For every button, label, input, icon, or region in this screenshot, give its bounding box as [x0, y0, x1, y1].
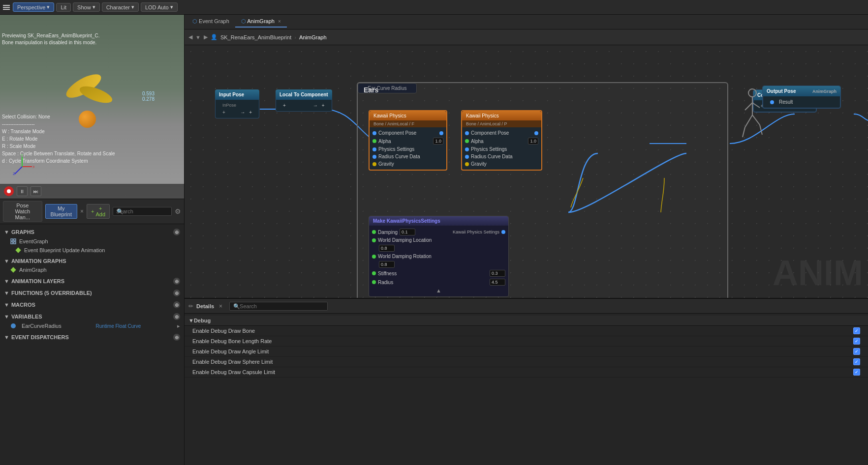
section-functions: ▼ FUNCTIONS (5 OVERRIDABLE) ⊕: [0, 287, 184, 299]
scale-mode: R : Scale Mode: [2, 143, 115, 150]
kawaii1-physics-pin: [372, 147, 376, 151]
settings-button[interactable]: ⚙: [175, 207, 181, 215]
event-dispatchers-add-button[interactable]: ⊕: [173, 334, 180, 341]
expand-icon6: ▼: [4, 314, 9, 320]
kawaii2-gravity-pin: [465, 162, 469, 166]
world-damping-rot-row: World Damping Rotation: [369, 253, 508, 260]
tab-my-blueprint[interactable]: My Blueprint: [45, 204, 77, 219]
tab-pose-watch[interactable]: Pose Watch Man...: [3, 201, 42, 222]
event-dispatchers-header[interactable]: ▼ EVENT DISPATCHERS ⊕: [0, 332, 184, 342]
back-button[interactable]: ◀: [188, 34, 192, 40]
node-make-settings[interactable]: Make KawaiiPhysicsSettings Damping: [369, 216, 509, 297]
radius-pin: [372, 280, 376, 284]
detail-label-1: Enable Debug Bone Length Rate: [192, 338, 853, 344]
blueprint-item-eventgraph[interactable]: EventGraph: [0, 237, 184, 246]
animation-layers-add-button[interactable]: ⊕: [173, 278, 180, 285]
input-pose-title: Input Pose: [219, 92, 244, 97]
blueprint-item-animgraph[interactable]: AnimGraph: [0, 265, 184, 274]
nav-down-button[interactable]: ▼: [195, 34, 201, 40]
radius-input[interactable]: [490, 279, 505, 286]
detail-checkbox-0[interactable]: ✓: [853, 327, 860, 334]
perspective-button[interactable]: Perspective ▾: [13, 2, 54, 12]
lit-label: Lit: [61, 4, 66, 10]
blueprint-item-update-animation[interactable]: Event Blueprint Update Animation: [0, 246, 184, 255]
node-kawaii2[interactable]: Kawaii Physics Bone / AnimLocal / P Comp…: [461, 110, 542, 171]
output-pose-title: Output Pose: [767, 88, 796, 94]
pause-button[interactable]: ⏸: [17, 186, 28, 196]
viewport-preview-text: Previewing SK_RenaEars_AnimBlueprint_C. …: [2, 32, 99, 46]
breadcrumb-current: AnimGraph: [299, 34, 327, 40]
functions-header[interactable]: ▼ FUNCTIONS (5 OVERRIDABLE) ⊕: [0, 288, 184, 298]
macros-header[interactable]: ▼ MACROS ⊕: [0, 300, 184, 310]
graphs-header[interactable]: ▼ GRAPHS ⊕: [0, 227, 184, 237]
main-content: Previewing SK_RenaEars_AnimBlueprint_C. …: [0, 15, 868, 465]
chevron-down-icon4: ▾: [170, 4, 173, 10]
section-animation-graphs: ▼ ANIMATION GRAPHS AnimGraph: [0, 256, 184, 275]
section-variables: ▼ VARIABLES ⊕ EarCurveRadius Runtime Flo…: [0, 311, 184, 331]
macros-add-button[interactable]: ⊕: [173, 301, 180, 308]
functions-add-button[interactable]: ⊕: [173, 290, 180, 296]
add-button[interactable]: + + Add: [87, 204, 110, 219]
debug-section-header[interactable]: ▼ Debug: [185, 316, 868, 326]
update-animation-label: Event Blueprint Update Animation: [24, 247, 105, 253]
anim-graph-tabs: ⬡ Event Graph ⬡ AnimGraph ×: [185, 15, 868, 29]
top-toolbar: Perspective ▾ Lit Show ▾ Character ▾ LOD…: [0, 0, 868, 15]
menu-icon[interactable]: [2, 3, 11, 12]
viewport-controls-bar: ⏸ ⏭: [0, 184, 184, 199]
lod-button[interactable]: LOD Auto ▾: [141, 2, 178, 12]
animation-layers-header[interactable]: ▼ ANIMATION LAYERS ⊕: [0, 276, 184, 286]
blueprint-close-button[interactable]: ×: [80, 208, 84, 215]
blueprint-panel: Pose Watch Man... My Blueprint × + + Add…: [0, 199, 184, 465]
wdl-input[interactable]: [379, 245, 395, 252]
add-label: + Add: [95, 205, 105, 217]
variables-add-button[interactable]: ⊕: [173, 313, 180, 320]
details-close-button[interactable]: ×: [219, 303, 222, 310]
next-frame-button[interactable]: ⏭: [31, 186, 41, 196]
detail-row-2: Enable Debug Draw Angle Limit ✓: [185, 347, 868, 357]
chevron-down-icon3: ▾: [131, 4, 134, 10]
kawaii1-alpha: Alpha 1.0: [370, 137, 446, 145]
viewport[interactable]: Previewing SK_RenaEars_AnimBlueprint_C. …: [0, 15, 184, 199]
stiffness-input[interactable]: [490, 270, 505, 277]
detail-checkbox-1[interactable]: ✓: [853, 338, 860, 345]
wdr-input[interactable]: [379, 261, 395, 268]
detail-checkbox-2[interactable]: ✓: [853, 348, 860, 355]
variables-header[interactable]: ▼ VARIABLES ⊕: [0, 312, 184, 321]
node-kawaii1[interactable]: Kawaii Physics Bone / AnimLocal / F Comp…: [369, 110, 447, 171]
close-anim-graph-button[interactable]: ×: [278, 19, 281, 24]
lit-button[interactable]: Lit: [56, 3, 71, 12]
debug-expand-icon: ▼: [188, 318, 194, 323]
detail-row-1: Enable Debug Bone Length Rate ✓: [185, 336, 868, 347]
node-input-pose[interactable]: Input Pose InPose + → +: [215, 89, 259, 118]
kawaii2-sublabel: Bone / AnimLocal / P: [466, 121, 507, 126]
tab-event-graph[interactable]: ⬡ Event Graph: [186, 16, 235, 28]
forward-button[interactable]: ▶: [204, 34, 208, 40]
world-damping-loc-row: World Damping Location: [369, 236, 508, 244]
collapse-btn-row[interactable]: ▲: [369, 287, 508, 294]
kawaii1-gravity: Gravity: [370, 160, 446, 168]
character-button[interactable]: Character ▾: [102, 2, 139, 12]
animation-graphs-header[interactable]: ▼ ANIMATION GRAPHS: [0, 257, 184, 265]
plus-icon: +: [91, 208, 94, 214]
damping-input[interactable]: [400, 229, 415, 235]
kawaii2-alpha: Alpha 1.0: [462, 137, 541, 145]
detail-checkbox-4[interactable]: ✓: [853, 369, 860, 376]
earcurveradius-more[interactable]: ▸: [177, 323, 180, 329]
record-button[interactable]: [4, 186, 14, 196]
collapse-icon[interactable]: ▲: [436, 288, 441, 293]
viewport-coords: 0.593 0.278: [142, 91, 155, 102]
details-search-input[interactable]: [229, 302, 328, 311]
node-output-pose[interactable]: Output Pose AnimGraph Result: [762, 86, 841, 109]
input-pose-pin-row: + → +: [219, 109, 255, 116]
breadcrumb-blueprint[interactable]: SK_RenaEars_AnimBlueprint: [220, 34, 291, 40]
svg-rect-9: [14, 242, 16, 244]
show-button[interactable]: Show ▾: [73, 2, 100, 12]
tab-anim-graph[interactable]: ⬡ AnimGraph ×: [235, 16, 287, 28]
details-tab[interactable]: Details: [196, 303, 214, 309]
anim-graph-canvas[interactable]: Input Pose InPose + → +: [185, 45, 868, 298]
blueprint-item-earcurveradius[interactable]: EarCurveRadius Runtime Float Curve ▸: [0, 321, 184, 330]
graphs-add-button[interactable]: ⊕: [173, 229, 180, 235]
detail-checkbox-3[interactable]: ✓: [853, 358, 860, 365]
variables-label: VARIABLES: [11, 314, 42, 320]
node-local-to-component[interactable]: Local To Component + → +: [276, 89, 332, 112]
